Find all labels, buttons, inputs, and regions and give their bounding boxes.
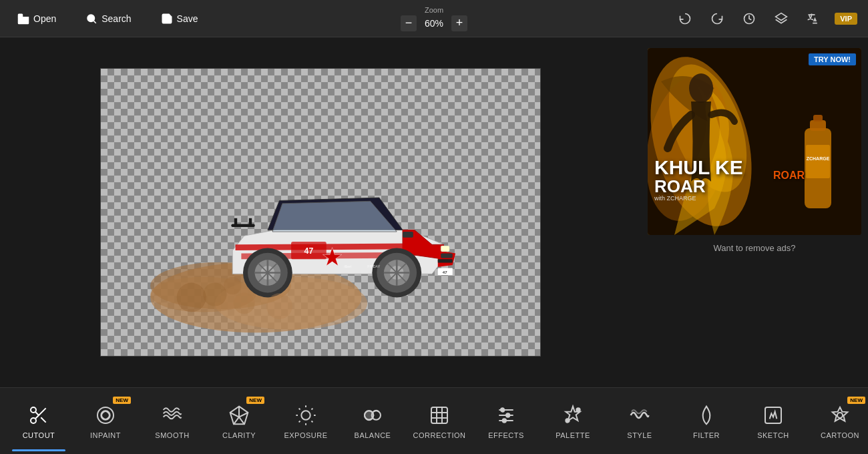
- svg-line-56: [41, 417, 45, 422]
- layers-button[interactable]: [771, 8, 792, 29]
- svg-rect-51: [806, 145, 830, 178]
- svg-line-67: [299, 408, 300, 409]
- tool-sketch[interactable]: SKETCH: [740, 391, 807, 451]
- tool-correction[interactable]: CORRECTION: [406, 391, 473, 451]
- cartoon-label: CARTOON: [821, 431, 859, 439]
- svg-line-57: [35, 411, 39, 415]
- sun-icon: [294, 403, 318, 427]
- canvas-area: 47: [0, 37, 641, 387]
- effects-label: EFFECTS: [488, 431, 524, 439]
- svg-point-47: [689, 73, 713, 103]
- undo-button[interactable]: [674, 8, 696, 29]
- svg-rect-8: [441, 254, 453, 258]
- vip-button[interactable]: VIP: [835, 13, 857, 25]
- tool-inpaint[interactable]: NEW INPAINT: [72, 391, 139, 451]
- svg-rect-31: [249, 218, 252, 227]
- svg-line-72: [311, 408, 312, 409]
- sketch-label: SKETCH: [757, 431, 789, 439]
- svg-point-85: [506, 413, 509, 417]
- clarity-label: CLARITY: [222, 431, 256, 439]
- svg-text:FRIDAY: FRIDAY: [367, 264, 380, 268]
- tool-cutout[interactable]: CUTOUT: [5, 391, 72, 451]
- cartoon-icon: [828, 403, 852, 427]
- car-image: 47: [127, 85, 514, 339]
- style-icon: [628, 403, 652, 427]
- svg-rect-33: [438, 259, 453, 262]
- svg-rect-76: [431, 407, 447, 423]
- palette-label: PALETTE: [556, 431, 590, 439]
- diamond-icon: [227, 403, 251, 427]
- tool-cartoon[interactable]: NEW CARTOON: [807, 391, 868, 451]
- scissors-icon: [27, 403, 51, 427]
- header-left: Open Search Save: [11, 9, 205, 29]
- svg-point-1: [87, 15, 95, 22]
- correction-label: CORRECTION: [413, 431, 466, 439]
- ad-roar-text: ROAR: [654, 178, 743, 195]
- tool-palette[interactable]: PALETTE: [539, 391, 606, 451]
- svg-point-87: [576, 408, 580, 411]
- tool-smooth[interactable]: SMOOTH: [139, 391, 206, 451]
- svg-point-64: [301, 411, 310, 419]
- tool-effects[interactable]: EFFECTS: [473, 391, 539, 451]
- tool-clarity[interactable]: NEW CLARITY: [206, 391, 272, 451]
- svg-text:ilbet: ilbet: [344, 264, 352, 268]
- cartoon-new-badge: NEW: [847, 397, 865, 404]
- correction-icon: [427, 403, 451, 427]
- translate-button[interactable]: [803, 8, 824, 29]
- svg-point-84: [501, 408, 504, 411]
- svg-marker-3: [776, 13, 787, 20]
- search-button[interactable]: Search: [79, 9, 138, 29]
- tool-balance[interactable]: BALANCE: [339, 391, 406, 451]
- svg-point-41: [234, 292, 255, 314]
- svg-point-75: [365, 411, 373, 419]
- header-right: VIP: [674, 8, 857, 29]
- inpaint-label: INPAINT: [90, 431, 121, 439]
- open-button[interactable]: Open: [11, 9, 63, 29]
- car-image-container: 47: [101, 69, 540, 356]
- ad-banner[interactable]: ZCHARGE TRY NOW! KHUL KE ROAR with ZCHAR…: [648, 48, 861, 235]
- smooth-label: SMOOTH: [155, 431, 189, 439]
- svg-line-62: [234, 417, 239, 424]
- svg-rect-12: [403, 232, 413, 238]
- sketch-icon: [761, 403, 785, 427]
- search-label: Search: [101, 13, 131, 24]
- svg-point-88: [566, 419, 569, 422]
- zoom-percent: 60%: [422, 18, 446, 29]
- balance-label: BALANCE: [355, 431, 391, 439]
- tool-exposure[interactable]: EXPOSURE: [272, 391, 339, 451]
- ad-try-now-label: TRY NOW!: [809, 53, 856, 65]
- svg-point-90: [837, 413, 843, 418]
- bottom-toolbar: CUTOUT NEW INPAINT SMOOTH NEW: [0, 387, 868, 454]
- svg-point-40: [177, 282, 206, 312]
- save-button[interactable]: Save: [154, 9, 205, 29]
- svg-point-54: [31, 418, 36, 423]
- tool-style[interactable]: STYLE: [606, 391, 673, 451]
- clarity-new-badge: NEW: [246, 397, 264, 404]
- effects-icon: [494, 403, 518, 427]
- redo-button[interactable]: [706, 8, 728, 29]
- svg-rect-32: [441, 246, 449, 252]
- history-button[interactable]: [738, 8, 760, 29]
- filter-label: FILTER: [693, 431, 720, 439]
- cutout-label: CUTOUT: [23, 431, 55, 439]
- zoom-label: Zoom: [425, 6, 443, 14]
- svg-rect-30: [234, 218, 237, 227]
- palette-icon: [561, 403, 585, 427]
- svg-point-42: [266, 293, 292, 319]
- canvas-wrapper: 47: [100, 68, 541, 357]
- zoom-in-button[interactable]: +: [451, 15, 467, 31]
- exposure-label: EXPOSURE: [284, 431, 327, 439]
- svg-rect-49: [810, 120, 826, 131]
- style-label: STYLE: [627, 431, 652, 439]
- svg-point-53: [31, 407, 36, 413]
- tool-filter[interactable]: FILTER: [673, 391, 740, 451]
- svg-rect-50: [813, 115, 823, 122]
- zoom-out-button[interactable]: −: [401, 15, 417, 31]
- svg-point-58: [97, 407, 114, 423]
- inpaint-new-badge: NEW: [113, 397, 131, 404]
- ad-roar-right-text: ROAR: [773, 170, 805, 182]
- waves-icon: [160, 403, 184, 427]
- svg-line-71: [299, 421, 300, 422]
- main-content: 47: [0, 37, 868, 387]
- svg-line-68: [311, 421, 312, 422]
